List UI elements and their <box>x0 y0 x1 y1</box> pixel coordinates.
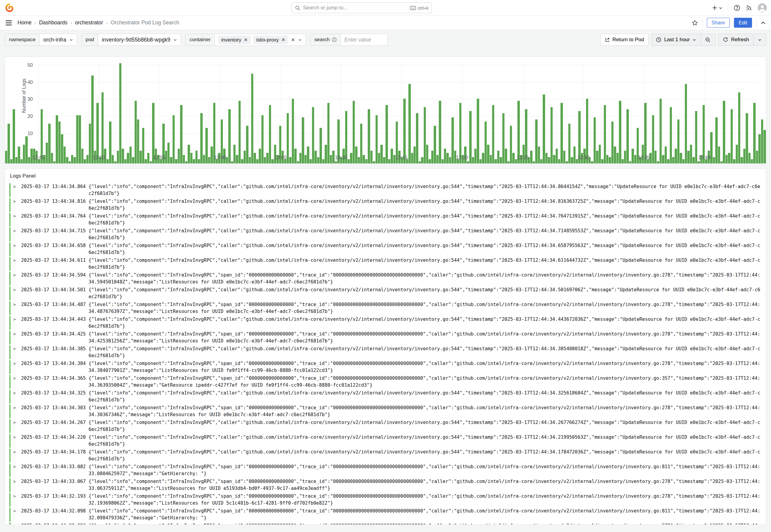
log-expand-chevron-icon[interactable]: > <box>13 257 21 264</box>
menu-toggle-icon[interactable] <box>5 20 12 26</box>
log-count-bar[interactable] <box>629 161 631 163</box>
log-count-bar[interactable] <box>18 147 20 163</box>
log-expand-chevron-icon[interactable]: > <box>13 286 21 293</box>
chevron-down-icon <box>69 38 73 42</box>
breadcrumb-home[interactable]: Home <box>17 20 32 26</box>
global-search-input[interactable]: Search or jump to... ctrl+k <box>292 2 432 13</box>
log-count-bar[interactable] <box>23 145 25 163</box>
log-expand-chevron-icon[interactable]: > <box>13 434 21 441</box>
log-count-bar[interactable] <box>467 161 469 163</box>
log-expand-chevron-icon[interactable]: > <box>13 390 21 397</box>
collapse-chevron-up-icon[interactable] <box>761 21 766 25</box>
log-expand-chevron-icon[interactable]: > <box>13 301 21 308</box>
log-expand-chevron-icon[interactable]: > <box>13 360 21 367</box>
log-count-bar[interactable] <box>591 161 593 163</box>
news-rss-icon[interactable] <box>746 5 752 11</box>
log-count-bar[interactable] <box>419 161 421 163</box>
favorite-star-icon[interactable] <box>692 20 698 26</box>
log-count-bar[interactable] <box>5 151 7 163</box>
remove-chip-icon[interactable]: ✕ <box>281 37 285 43</box>
log-expand-chevron-icon[interactable]: > <box>13 478 21 485</box>
log-expand-chevron-icon[interactable]: > <box>13 419 21 426</box>
log-timestamp: 2025-03-17 13:44:34.501 <box>21 286 88 293</box>
return-to-pod-button[interactable]: Return to Pod <box>600 34 649 46</box>
log-count-bar[interactable] <box>533 161 535 163</box>
log-expand-chevron-icon[interactable]: > <box>13 316 21 323</box>
log-expand-chevron-icon[interactable]: > <box>13 331 21 338</box>
log-count-bar[interactable] <box>114 161 116 163</box>
log-expand-chevron-icon[interactable]: > <box>13 404 21 411</box>
log-count-bar[interactable] <box>101 92 104 163</box>
log-expand-chevron-icon[interactable]: > <box>13 227 21 234</box>
zoom-out-time-button[interactable] <box>701 34 715 46</box>
log-expand-chevron-icon[interactable]: > <box>13 198 21 205</box>
refresh-button[interactable]: Refresh <box>718 34 754 46</box>
log-expand-chevron-icon[interactable]: > <box>13 375 21 382</box>
remove-chip-icon[interactable]: ✕ <box>244 37 248 43</box>
log-count-bar[interactable] <box>91 76 93 163</box>
log-expand-chevron-icon[interactable]: > <box>13 508 21 515</box>
logs-panel-title: Logs Panel <box>5 169 766 182</box>
log-expand-chevron-icon[interactable]: > <box>13 272 21 279</box>
breadcrumb-current-page: Orchestrator Pod Log Search <box>110 20 179 26</box>
log-count-bar[interactable] <box>698 161 700 163</box>
log-count-bar[interactable] <box>565 161 568 163</box>
breadcrumb-orchestrator[interactable]: orchestrator <box>75 20 103 26</box>
log-timestamp: 2025-03-17 13:44:34.864 <box>21 183 88 190</box>
log-count-bar[interactable] <box>15 157 17 163</box>
log-count-bar[interactable] <box>738 92 740 163</box>
log-timestamp: 2025-03-17 13:44:34.816 <box>21 198 88 205</box>
log-count-bar[interactable] <box>251 74 253 163</box>
log-count-bar[interactable] <box>69 161 71 163</box>
user-avatar[interactable] <box>758 3 767 12</box>
edit-button[interactable]: Edit <box>734 18 752 28</box>
breadcrumb-dashboards[interactable]: Dashboards <box>39 20 67 26</box>
log-expand-chevron-icon[interactable]: > <box>13 345 21 352</box>
log-count-bar[interactable] <box>119 63 121 163</box>
pod-select[interactable]: inventory-9d55b86b8-wpgk9 <box>98 34 181 46</box>
log-count-bar[interactable] <box>763 130 766 163</box>
log-expand-chevron-icon[interactable]: > <box>13 449 21 456</box>
log-count-bar[interactable] <box>373 161 375 163</box>
log-expand-chevron-icon[interactable]: > <box>13 493 21 500</box>
log-row: >2025-03-17 13:44:34.425{"level":"info",… <box>9 331 762 345</box>
log-count-bar[interactable] <box>507 161 509 163</box>
log-count-bar[interactable] <box>231 161 233 163</box>
log-expand-chevron-icon[interactable]: > <box>13 522 21 525</box>
log-count-bar[interactable] <box>720 161 723 163</box>
share-button[interactable]: Share <box>707 18 730 28</box>
log-count-bar[interactable] <box>20 159 23 163</box>
time-range-picker[interactable]: Last 1 hour <box>652 34 701 46</box>
log-count-bar[interactable] <box>408 84 410 163</box>
log-count-bar[interactable] <box>685 84 687 163</box>
log-expand-chevron-icon[interactable]: > <box>13 183 21 190</box>
log-expand-chevron-icon[interactable]: > <box>13 242 21 249</box>
log-count-bar[interactable] <box>10 159 12 163</box>
container-select[interactable]: inventory ✕ istio-proxy ✕ ✕ <box>215 34 306 46</box>
log-count-bar[interactable] <box>335 161 337 163</box>
log-expand-chevron-icon[interactable]: > <box>13 463 21 470</box>
refresh-interval-dropdown[interactable] <box>754 34 766 46</box>
log-row: >2025-03-17 13:44:34.384{"level":"info",… <box>9 360 762 374</box>
log-count-bar[interactable] <box>150 161 152 163</box>
log-count-bar[interactable] <box>185 161 187 163</box>
help-icon[interactable] <box>734 5 740 11</box>
new-button[interactable] <box>712 5 723 11</box>
grafana-logo[interactable] <box>5 3 14 12</box>
chart-bars[interactable] <box>5 57 766 163</box>
log-count-bar[interactable] <box>28 157 30 163</box>
log-count-bar[interactable] <box>543 94 545 163</box>
log-row: >2025-03-17 13:44:34.611{"level":"info",… <box>9 257 762 271</box>
log-count-bar[interactable] <box>761 119 763 163</box>
clear-all-icon[interactable]: ✕ <box>291 37 295 43</box>
log-count-bar[interactable] <box>25 136 27 163</box>
log-count-bar[interactable] <box>657 161 659 163</box>
log-count-bar[interactable] <box>297 161 299 163</box>
log-count-bar[interactable] <box>53 161 55 163</box>
log-expand-chevron-icon[interactable]: > <box>13 213 21 220</box>
search-shortcut: ctrl+k <box>410 5 429 11</box>
namespace-select[interactable]: orch-infra <box>39 34 77 46</box>
search-value-input[interactable] <box>345 37 384 43</box>
log-count-bar[interactable] <box>8 124 10 163</box>
log-count-bar[interactable] <box>13 109 15 163</box>
